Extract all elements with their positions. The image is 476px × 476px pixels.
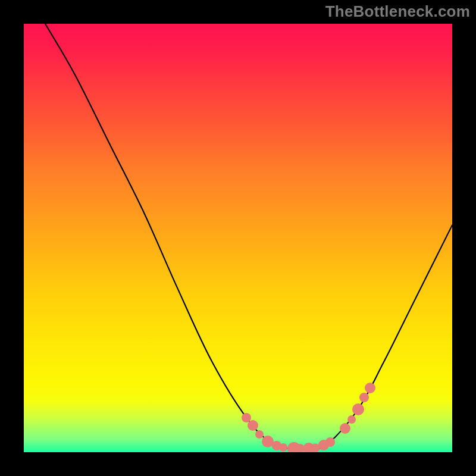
- plot-area: [24, 24, 452, 452]
- curve-layer: [24, 24, 452, 452]
- highlight-marker: [365, 383, 375, 393]
- highlight-marker: [359, 393, 369, 402]
- highlight-marker: [340, 423, 350, 434]
- highlight-marker: [255, 430, 264, 439]
- chart-root: TheBottleneck.com: [0, 0, 476, 476]
- highlight-marker: [325, 437, 335, 447]
- watermark: TheBottleneck.com: [325, 2, 470, 21]
- highlight-marker: [248, 420, 258, 431]
- highlight-marker: [279, 443, 287, 452]
- highlight-marker: [352, 403, 364, 415]
- bottleneck-curve: [45, 24, 452, 449]
- highlight-marker: [347, 415, 356, 424]
